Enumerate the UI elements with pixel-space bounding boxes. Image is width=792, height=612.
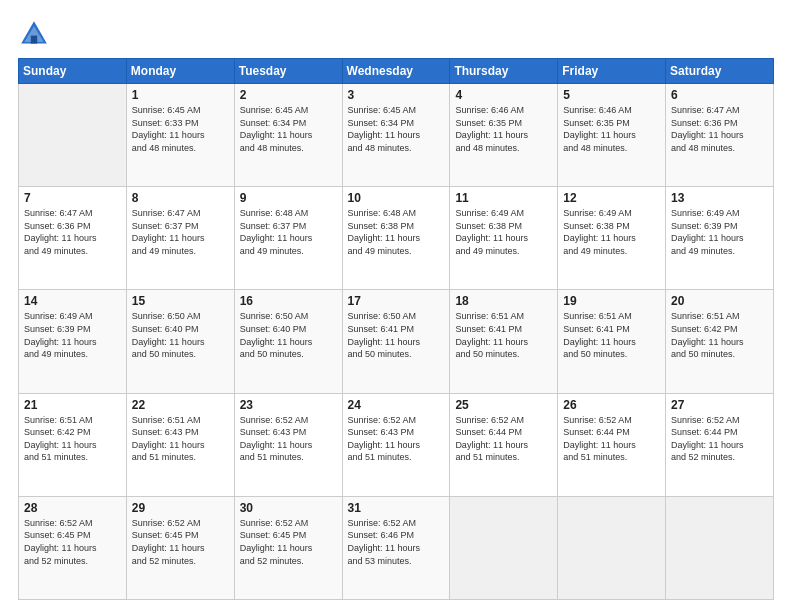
day-number: 31 xyxy=(348,501,446,515)
svg-rect-2 xyxy=(31,36,37,44)
day-info: Sunrise: 6:47 AM Sunset: 6:37 PM Dayligh… xyxy=(132,207,230,257)
calendar-cell xyxy=(450,496,558,599)
day-number: 16 xyxy=(240,294,338,308)
day-number: 18 xyxy=(455,294,553,308)
day-info: Sunrise: 6:50 AM Sunset: 6:40 PM Dayligh… xyxy=(132,310,230,360)
calendar-cell: 24Sunrise: 6:52 AM Sunset: 6:43 PM Dayli… xyxy=(342,393,450,496)
day-number: 4 xyxy=(455,88,553,102)
calendar-cell: 25Sunrise: 6:52 AM Sunset: 6:44 PM Dayli… xyxy=(450,393,558,496)
calendar-cell: 17Sunrise: 6:50 AM Sunset: 6:41 PM Dayli… xyxy=(342,290,450,393)
day-info: Sunrise: 6:49 AM Sunset: 6:38 PM Dayligh… xyxy=(563,207,661,257)
calendar-cell: 8Sunrise: 6:47 AM Sunset: 6:37 PM Daylig… xyxy=(126,187,234,290)
day-number: 14 xyxy=(24,294,122,308)
calendar-cell xyxy=(666,496,774,599)
calendar-cell: 11Sunrise: 6:49 AM Sunset: 6:38 PM Dayli… xyxy=(450,187,558,290)
calendar-cell: 23Sunrise: 6:52 AM Sunset: 6:43 PM Dayli… xyxy=(234,393,342,496)
calendar-cell: 22Sunrise: 6:51 AM Sunset: 6:43 PM Dayli… xyxy=(126,393,234,496)
day-header-saturday: Saturday xyxy=(666,59,774,84)
day-number: 11 xyxy=(455,191,553,205)
calendar-cell: 28Sunrise: 6:52 AM Sunset: 6:45 PM Dayli… xyxy=(19,496,127,599)
day-info: Sunrise: 6:52 AM Sunset: 6:45 PM Dayligh… xyxy=(240,517,338,567)
calendar-cell: 21Sunrise: 6:51 AM Sunset: 6:42 PM Dayli… xyxy=(19,393,127,496)
calendar-cell: 5Sunrise: 6:46 AM Sunset: 6:35 PM Daylig… xyxy=(558,84,666,187)
day-number: 23 xyxy=(240,398,338,412)
day-number: 30 xyxy=(240,501,338,515)
day-info: Sunrise: 6:49 AM Sunset: 6:38 PM Dayligh… xyxy=(455,207,553,257)
day-info: Sunrise: 6:45 AM Sunset: 6:33 PM Dayligh… xyxy=(132,104,230,154)
day-info: Sunrise: 6:47 AM Sunset: 6:36 PM Dayligh… xyxy=(24,207,122,257)
day-info: Sunrise: 6:52 AM Sunset: 6:44 PM Dayligh… xyxy=(671,414,769,464)
calendar-cell: 10Sunrise: 6:48 AM Sunset: 6:38 PM Dayli… xyxy=(342,187,450,290)
day-number: 8 xyxy=(132,191,230,205)
day-info: Sunrise: 6:52 AM Sunset: 6:45 PM Dayligh… xyxy=(24,517,122,567)
calendar-week-2: 7Sunrise: 6:47 AM Sunset: 6:36 PM Daylig… xyxy=(19,187,774,290)
day-info: Sunrise: 6:52 AM Sunset: 6:44 PM Dayligh… xyxy=(455,414,553,464)
day-info: Sunrise: 6:46 AM Sunset: 6:35 PM Dayligh… xyxy=(563,104,661,154)
day-header-tuesday: Tuesday xyxy=(234,59,342,84)
day-info: Sunrise: 6:51 AM Sunset: 6:42 PM Dayligh… xyxy=(671,310,769,360)
day-number: 13 xyxy=(671,191,769,205)
day-number: 28 xyxy=(24,501,122,515)
day-info: Sunrise: 6:49 AM Sunset: 6:39 PM Dayligh… xyxy=(671,207,769,257)
calendar-cell: 18Sunrise: 6:51 AM Sunset: 6:41 PM Dayli… xyxy=(450,290,558,393)
day-number: 29 xyxy=(132,501,230,515)
calendar-cell: 6Sunrise: 6:47 AM Sunset: 6:36 PM Daylig… xyxy=(666,84,774,187)
day-number: 3 xyxy=(348,88,446,102)
day-number: 20 xyxy=(671,294,769,308)
day-number: 10 xyxy=(348,191,446,205)
calendar-header-row: SundayMondayTuesdayWednesdayThursdayFrid… xyxy=(19,59,774,84)
calendar-cell xyxy=(558,496,666,599)
calendar-week-4: 21Sunrise: 6:51 AM Sunset: 6:42 PM Dayli… xyxy=(19,393,774,496)
day-info: Sunrise: 6:51 AM Sunset: 6:41 PM Dayligh… xyxy=(455,310,553,360)
day-number: 19 xyxy=(563,294,661,308)
day-number: 26 xyxy=(563,398,661,412)
day-number: 6 xyxy=(671,88,769,102)
calendar-table: SundayMondayTuesdayWednesdayThursdayFrid… xyxy=(18,58,774,600)
day-info: Sunrise: 6:52 AM Sunset: 6:43 PM Dayligh… xyxy=(240,414,338,464)
header xyxy=(18,18,774,50)
calendar-cell: 4Sunrise: 6:46 AM Sunset: 6:35 PM Daylig… xyxy=(450,84,558,187)
logo-icon xyxy=(18,18,50,50)
calendar-cell: 12Sunrise: 6:49 AM Sunset: 6:38 PM Dayli… xyxy=(558,187,666,290)
day-header-thursday: Thursday xyxy=(450,59,558,84)
day-header-sunday: Sunday xyxy=(19,59,127,84)
calendar-cell: 9Sunrise: 6:48 AM Sunset: 6:37 PM Daylig… xyxy=(234,187,342,290)
calendar-cell: 1Sunrise: 6:45 AM Sunset: 6:33 PM Daylig… xyxy=(126,84,234,187)
day-number: 24 xyxy=(348,398,446,412)
calendar-cell: 20Sunrise: 6:51 AM Sunset: 6:42 PM Dayli… xyxy=(666,290,774,393)
day-info: Sunrise: 6:45 AM Sunset: 6:34 PM Dayligh… xyxy=(348,104,446,154)
calendar-cell: 31Sunrise: 6:52 AM Sunset: 6:46 PM Dayli… xyxy=(342,496,450,599)
day-info: Sunrise: 6:51 AM Sunset: 6:41 PM Dayligh… xyxy=(563,310,661,360)
calendar-week-1: 1Sunrise: 6:45 AM Sunset: 6:33 PM Daylig… xyxy=(19,84,774,187)
calendar-cell: 16Sunrise: 6:50 AM Sunset: 6:40 PM Dayli… xyxy=(234,290,342,393)
page: SundayMondayTuesdayWednesdayThursdayFrid… xyxy=(0,0,792,612)
day-number: 5 xyxy=(563,88,661,102)
day-header-wednesday: Wednesday xyxy=(342,59,450,84)
calendar-cell: 13Sunrise: 6:49 AM Sunset: 6:39 PM Dayli… xyxy=(666,187,774,290)
calendar-week-3: 14Sunrise: 6:49 AM Sunset: 6:39 PM Dayli… xyxy=(19,290,774,393)
day-info: Sunrise: 6:50 AM Sunset: 6:41 PM Dayligh… xyxy=(348,310,446,360)
day-number: 17 xyxy=(348,294,446,308)
day-info: Sunrise: 6:51 AM Sunset: 6:42 PM Dayligh… xyxy=(24,414,122,464)
day-info: Sunrise: 6:50 AM Sunset: 6:40 PM Dayligh… xyxy=(240,310,338,360)
day-info: Sunrise: 6:52 AM Sunset: 6:43 PM Dayligh… xyxy=(348,414,446,464)
calendar-cell xyxy=(19,84,127,187)
day-info: Sunrise: 6:49 AM Sunset: 6:39 PM Dayligh… xyxy=(24,310,122,360)
day-info: Sunrise: 6:48 AM Sunset: 6:37 PM Dayligh… xyxy=(240,207,338,257)
day-number: 9 xyxy=(240,191,338,205)
calendar-cell: 3Sunrise: 6:45 AM Sunset: 6:34 PM Daylig… xyxy=(342,84,450,187)
day-header-monday: Monday xyxy=(126,59,234,84)
day-info: Sunrise: 6:45 AM Sunset: 6:34 PM Dayligh… xyxy=(240,104,338,154)
day-info: Sunrise: 6:48 AM Sunset: 6:38 PM Dayligh… xyxy=(348,207,446,257)
day-info: Sunrise: 6:52 AM Sunset: 6:44 PM Dayligh… xyxy=(563,414,661,464)
calendar-week-5: 28Sunrise: 6:52 AM Sunset: 6:45 PM Dayli… xyxy=(19,496,774,599)
day-info: Sunrise: 6:52 AM Sunset: 6:45 PM Dayligh… xyxy=(132,517,230,567)
day-number: 1 xyxy=(132,88,230,102)
day-number: 7 xyxy=(24,191,122,205)
calendar-cell: 15Sunrise: 6:50 AM Sunset: 6:40 PM Dayli… xyxy=(126,290,234,393)
calendar-cell: 19Sunrise: 6:51 AM Sunset: 6:41 PM Dayli… xyxy=(558,290,666,393)
calendar-cell: 27Sunrise: 6:52 AM Sunset: 6:44 PM Dayli… xyxy=(666,393,774,496)
calendar-cell: 14Sunrise: 6:49 AM Sunset: 6:39 PM Dayli… xyxy=(19,290,127,393)
day-number: 15 xyxy=(132,294,230,308)
calendar-cell: 7Sunrise: 6:47 AM Sunset: 6:36 PM Daylig… xyxy=(19,187,127,290)
